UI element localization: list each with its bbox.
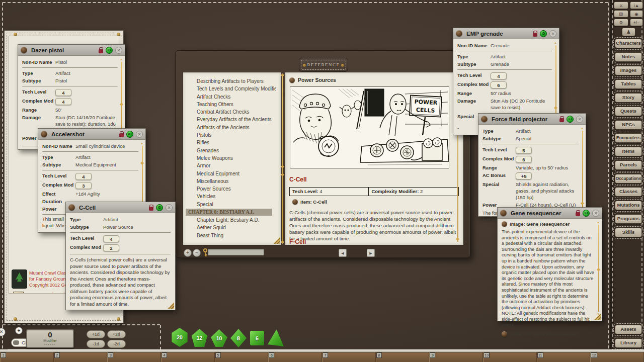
sidebar-item-assets[interactable]: Assets: [615, 325, 642, 334]
id-badge-icon[interactable]: ID: [156, 204, 163, 211]
close-icon[interactable]: ✕: [166, 204, 173, 211]
sidebar-item-mutations[interactable]: Mutations: [615, 201, 642, 210]
image-link[interactable]: Image: Gene Resequencer: [502, 221, 595, 227]
scroll-handle[interactable]: [120, 103, 123, 106]
toc-item[interactable]: Teaching Others: [197, 101, 276, 108]
lock-icon[interactable]: [576, 212, 580, 216]
stat-field[interactable]: 4: [491, 72, 507, 79]
images-icon[interactable]: i▲: [630, 2, 643, 9]
hotkey-slot[interactable]: 3: [107, 352, 161, 362]
modifiers-icon[interactable]: +/−: [630, 19, 643, 26]
section-link-icon[interactable]: [289, 77, 295, 83]
toc-item[interactable]: Rifles: [197, 139, 276, 146]
sidebar-item-skills[interactable]: Skills: [615, 228, 642, 237]
toc-item[interactable]: Aether Squid: [197, 224, 276, 231]
scroll-handle[interactable]: [597, 268, 600, 272]
modifier-box[interactable]: 0 Modifier ▪▪▪▪▪▪: [26, 329, 74, 348]
stat-field[interactable]: 4: [75, 173, 92, 180]
toc-item-selected[interactable]: CHAPTER 8: BESTIARY A.I.: [186, 209, 272, 216]
stat-field[interactable]: +5: [516, 172, 532, 179]
item-link[interactable]: Item: C-Cell: [292, 199, 327, 205]
close-icon[interactable]: ✕: [549, 30, 556, 37]
sidebar-item-programs[interactable]: Programs: [615, 214, 642, 224]
hotkey-slot[interactable]: 2: [54, 352, 108, 362]
modifier-target-icon[interactable]: +: [15, 327, 23, 334]
image-link-label[interactable]: Image: Gene Resequencer: [510, 221, 570, 227]
identity-icon[interactable]: ♟: [622, 28, 635, 36]
hotkey-slot[interactable]: 8: [376, 352, 430, 362]
toc-item[interactable]: Tech Levels and Complexity Modifiers: [197, 85, 276, 93]
page-slider[interactable]: [208, 249, 264, 255]
stat-field[interactable]: 4: [55, 89, 71, 96]
id-badge-icon[interactable]: ID: [540, 30, 547, 37]
window-titlebar[interactable]: EMP grenade ID ✕: [453, 28, 559, 39]
toc-item[interactable]: Pistols: [197, 131, 276, 139]
item-link-icon[interactable]: [292, 199, 298, 205]
close-icon[interactable]: ✕: [115, 47, 122, 54]
toc-item[interactable]: Power Sources: [197, 185, 276, 193]
d6-die[interactable]: 6: [250, 331, 264, 345]
hotkey-slot[interactable]: 6: [268, 352, 322, 362]
close-icon[interactable]: ✕: [576, 116, 583, 123]
window-titlebar[interactable]: Force field projector ID ✕: [478, 114, 586, 125]
lock-icon[interactable]: [119, 133, 124, 137]
window-force-field-projector[interactable]: Force field projector ID ✕ TypeArtifact …: [478, 113, 586, 217]
toc-item[interactable]: Special: [197, 201, 276, 208]
stat-field[interactable]: 6: [516, 156, 532, 163]
hotkey-slot[interactable]: 7: [322, 352, 376, 362]
table-link[interactable]: Table 7-5: Gene Resequencer: [502, 328, 595, 337]
close-icon[interactable]: ✕: [136, 131, 143, 138]
sidebar-item-occupations[interactable]: Occupations: [615, 174, 642, 184]
sidebar-item-library[interactable]: Library: [615, 338, 642, 348]
add-die-button[interactable]: +1d: [87, 330, 105, 338]
scroll-handle[interactable]: [281, 240, 284, 244]
zoom-in-button[interactable]: +: [184, 249, 192, 257]
hotkey-slot[interactable]: 11: [537, 352, 591, 362]
close-icon[interactable]: ✕: [592, 210, 599, 217]
sidebar-item-items[interactable]: Items: [615, 147, 642, 156]
window-gene-resequencer[interactable]: Gene resequencer ID ✕ Image: Gene Resequ…: [497, 207, 602, 321]
sidebar-item-tables[interactable]: Tables: [615, 79, 642, 89]
id-badge-icon[interactable]: ID: [126, 131, 133, 138]
lock-icon[interactable]: [533, 33, 537, 37]
toc-item[interactable]: Artifact Checks: [197, 93, 276, 101]
toc-item[interactable]: Vehicles: [197, 193, 276, 200]
options-icon[interactable]: ⚙: [614, 19, 628, 26]
toc-item[interactable]: Grenades: [197, 147, 276, 154]
zoom-out-button[interactable]: −: [193, 249, 201, 257]
hotkey-slot[interactable]: 12: [590, 352, 644, 362]
id-badge-icon[interactable]: ID: [106, 47, 113, 54]
sidebar-item-encounters[interactable]: Encounters: [615, 133, 642, 143]
add-two-dice-button[interactable]: +2d: [107, 330, 126, 338]
sidebar-item-characters[interactable]: Characters: [615, 39, 642, 48]
tools-icon[interactable]: ⚔: [614, 2, 628, 9]
id-badge-icon[interactable]: ID: [567, 116, 574, 123]
sidebar-item-notes[interactable]: Notes: [615, 52, 642, 62]
toc-item[interactable]: Beast Thing: [197, 232, 276, 239]
toc-item[interactable]: Chapter Eight: Bestiary A.D.: [197, 216, 276, 224]
key-icon[interactable]: [203, 248, 208, 256]
stat-field[interactable]: 4: [55, 98, 71, 105]
next-page-button[interactable]: ▶: [367, 249, 375, 257]
toc-item[interactable]: Medical Equipment: [197, 170, 276, 177]
scrollbar[interactable]: ▲: [581, 127, 584, 211]
toc-item[interactable]: Artifacts of the Ancients: [197, 124, 276, 131]
scroll-up-icon[interactable]: ▲: [140, 142, 143, 145]
window-titlebar[interactable]: C-Cell ID ✕: [66, 202, 175, 213]
image-link-icon[interactable]: [502, 221, 507, 227]
scroll-handle[interactable]: [554, 106, 557, 110]
scroll-up-icon[interactable]: ▲: [581, 127, 584, 130]
sidebar-item-story[interactable]: Story: [615, 93, 642, 103]
window-titlebar[interactable]: Dazer pistol ID ✕: [18, 45, 125, 56]
toc-item[interactable]: Armor: [197, 162, 276, 169]
stat-field[interactable]: 3: [75, 182, 92, 189]
stat-field[interactable]: 4: [103, 235, 119, 242]
scroll-handle[interactable]: [581, 202, 584, 205]
scroll-handle[interactable]: [281, 73, 284, 77]
window-titlebar[interactable]: Accelershot ID ✕: [38, 129, 145, 140]
hotkey-slot[interactable]: 5: [215, 352, 269, 362]
window-titlebar[interactable]: Gene resequencer ID ✕: [498, 208, 602, 219]
hotkey-slot[interactable]: 1: [0, 352, 54, 362]
stat-field[interactable]: 2: [103, 244, 119, 251]
lock-icon[interactable]: [149, 207, 153, 211]
